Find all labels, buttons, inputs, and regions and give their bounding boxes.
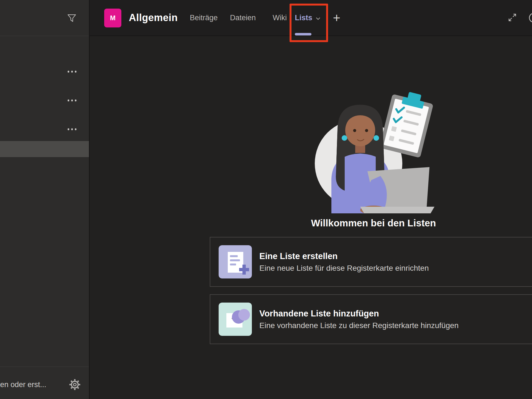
filter-icon [66, 12, 77, 24]
tab-wiki[interactable]: Wiki [273, 0, 287, 35]
sidebar-main-divider [89, 0, 90, 399]
page-title: Allgemein [129, 0, 178, 35]
add-tab-button[interactable]: + [331, 0, 343, 35]
plus-icon: + [333, 11, 341, 24]
create-list-icon [219, 245, 252, 278]
add-existing-list-icon [219, 303, 252, 336]
active-tab-indicator [295, 33, 311, 35]
more-options-button[interactable] [66, 125, 78, 133]
channel-avatar: M [104, 9, 121, 27]
expand-icon [507, 12, 517, 22]
tab-lists[interactable]: Lists [295, 0, 321, 35]
sidebar-selected-item[interactable] [0, 141, 89, 157]
card-text: Eine Liste erstellen Eine neue Liste für… [259, 251, 429, 273]
join-or-create-label[interactable]: ten oder erst... [0, 380, 46, 389]
avatar-initial: M [110, 14, 116, 22]
expand-button[interactable] [507, 12, 517, 22]
more-options-button[interactable] [66, 96, 78, 104]
card-description: Eine vorhandene Liste zu dieser Register… [259, 321, 459, 330]
card-title: Eine Liste erstellen [259, 251, 429, 261]
gear-icon [68, 378, 81, 391]
more-options-icon [68, 128, 69, 130]
card-text: Vorhandene Liste hinzufügen Eine vorhand… [259, 308, 459, 330]
welcome-illustration [296, 89, 451, 213]
chevron-down-icon [315, 16, 321, 22]
add-existing-list-card[interactable]: Vorhandene Liste hinzufügen Eine vorhand… [210, 294, 532, 344]
tab-beitraege[interactable]: Beiträge [190, 0, 218, 35]
more-options-button[interactable] [66, 67, 78, 76]
welcome-title: Willkommen bei den Listen [210, 217, 532, 229]
sidebar-footer: ten oder erst... [0, 367, 89, 399]
sidebar-header [0, 0, 89, 36]
lists-welcome-panel: Willkommen bei den Listen Eine Liste ers… [210, 36, 532, 344]
card-description: Eine neue Liste für diese Registerkarte … [259, 264, 429, 273]
tab-dateien[interactable]: Dateien [230, 0, 256, 35]
create-list-card[interactable]: Eine Liste erstellen Eine neue Liste für… [210, 237, 532, 287]
filter-button[interactable] [66, 12, 77, 24]
card-title: Vorhandene Liste hinzufügen [259, 308, 459, 319]
channel-header: M Allgemein Beiträge Dateien Wiki Lists … [90, 0, 532, 36]
manage-channels-button[interactable] [68, 378, 81, 391]
sidebar: ten oder erst... [0, 0, 89, 399]
more-options-icon [68, 71, 69, 73]
more-options-icon [68, 99, 69, 101]
refresh-icon [527, 11, 532, 24]
refresh-button[interactable] [527, 11, 532, 24]
